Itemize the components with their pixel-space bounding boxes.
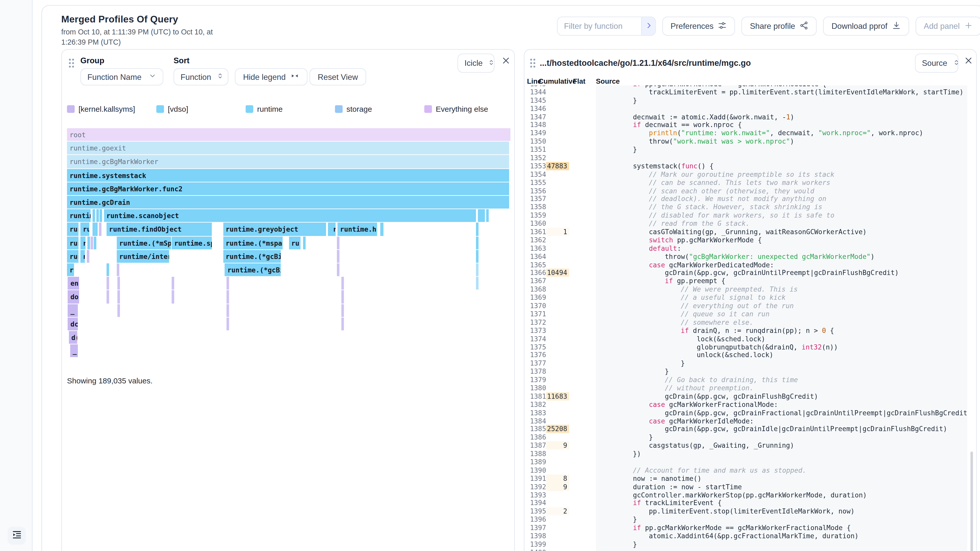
filter-submit-button[interactable] xyxy=(641,17,655,35)
download-pprof-button[interactable]: Download pprof xyxy=(823,17,909,36)
flame-node[interactable] xyxy=(117,264,119,276)
source-code-text: } xyxy=(596,540,967,548)
panel-drag-handle[interactable] xyxy=(68,58,75,68)
flame-node-rur[interactable]: rur xyxy=(67,223,79,235)
flame-node[interactable] xyxy=(476,236,478,249)
flame-node[interactable] xyxy=(117,277,120,289)
filter-by-function-input[interactable] xyxy=(558,17,641,35)
flame-node-runtime.(*gcBit[interactable]: runtime.(*gcBit xyxy=(223,250,281,262)
flame-node-runtime.(*mspan[interactable]: runtime.(*mspan xyxy=(223,236,283,249)
scrollbar-thumb[interactable] xyxy=(970,451,973,551)
flame-node[interactable] xyxy=(93,209,95,222)
flat-value xyxy=(569,203,587,211)
flame-node-runtime.(*gcBi[interactable]: runtime.(*gcBi xyxy=(225,264,281,276)
flame-node-dc[interactable]: dc xyxy=(68,318,78,330)
flame-node[interactable] xyxy=(342,304,344,317)
flame-node-runtime.systemstack[interactable]: runtime.systemstack xyxy=(67,168,509,181)
close-panel-button[interactable] xyxy=(963,56,974,66)
flame-node[interactable] xyxy=(117,304,120,317)
flame-node-runtime.(*mSp[interactable]: runtime.(*mSp xyxy=(117,236,171,249)
flame-node-runtime/inter[interactable]: runtime/inter xyxy=(117,250,169,262)
flame-node[interactable] xyxy=(304,236,306,249)
flame-node[interactable] xyxy=(92,223,95,235)
share-profile-button[interactable]: Share profile xyxy=(741,17,817,36)
flame-node-root[interactable]: root xyxy=(67,128,511,141)
flame-node-runtime.gcBgMarkWorker.func2[interactable]: runtime.gcBgMarkWorker.func2 xyxy=(67,182,509,195)
flame-node-_[interactable]: _ xyxy=(70,345,78,357)
flame-node[interactable] xyxy=(226,277,229,289)
flame-node-ru[interactable]: ru xyxy=(289,236,300,249)
flame-node[interactable] xyxy=(107,290,109,303)
flame-node[interactable] xyxy=(342,318,344,330)
flame-node[interactable] xyxy=(87,250,89,262)
flame-node[interactable] xyxy=(99,223,101,235)
flame-node-r[interactable]: r xyxy=(331,223,336,235)
flame-node-runtime.gcBgMarkWorker[interactable]: runtime.gcBgMarkWorker xyxy=(67,155,509,168)
flame-node[interactable] xyxy=(107,277,109,289)
flame-node[interactable] xyxy=(87,236,90,249)
code-scroll-area[interactable]: 1343if pp.gcMarkWorkerMode == gcMarkWork… xyxy=(525,86,976,551)
close-panel-button[interactable] xyxy=(501,56,511,66)
flame-node[interactable] xyxy=(172,290,174,303)
source-code-text: switch pp.gcMarkWorkerMode { xyxy=(596,236,967,244)
graph-type-select[interactable]: Icicle xyxy=(458,54,495,73)
flame-node[interactable] xyxy=(337,264,340,276)
flat-value xyxy=(569,540,587,548)
flame-node[interactable] xyxy=(476,264,478,276)
column-gap xyxy=(587,113,596,121)
view-mode-select[interactable]: Source xyxy=(915,54,958,73)
flame-node-runtime.greyobject[interactable]: runtime.greyobject xyxy=(223,223,326,235)
flame-node-rur[interactable]: rur xyxy=(67,236,79,249)
sort-by-select[interactable]: Function xyxy=(173,68,228,86)
flame-node[interactable] xyxy=(91,236,93,249)
flame-node-d([interactable]: d( xyxy=(68,331,77,344)
flame-node-runtime.sp[interactable]: runtime.sp xyxy=(172,236,212,249)
reset-view-button[interactable]: Reset View xyxy=(310,68,366,86)
flame-node[interactable] xyxy=(226,290,229,303)
flame-node-runtime.gcDrain[interactable]: runtime.gcDrain xyxy=(67,196,509,209)
flame-node-r[interactable]: r xyxy=(80,236,86,249)
flame-node-do[interactable]: do xyxy=(68,290,79,303)
column-gap xyxy=(587,170,596,178)
flame-node-runtime.goexit[interactable]: runtime.goexit xyxy=(67,141,509,154)
flame-node-runtime.scanobject[interactable]: runtime.scanobject xyxy=(104,209,476,222)
flame-node[interactable] xyxy=(476,277,478,289)
flame-node-ru[interactable]: ru xyxy=(80,223,89,235)
flame-node[interactable] xyxy=(97,209,99,222)
flame-node-rur[interactable]: rur xyxy=(67,250,79,262)
flame-node[interactable] xyxy=(337,236,340,249)
flame-node[interactable] xyxy=(487,209,489,222)
flame-node[interactable] xyxy=(94,236,96,249)
group-by-select[interactable]: Function Name xyxy=(80,68,163,86)
flame-node[interactable] xyxy=(476,250,478,262)
hide-legend-button[interactable]: Hide legend xyxy=(235,68,307,86)
flame-node[interactable] xyxy=(342,290,344,303)
flame-node-runtime.findObject[interactable]: runtime.findObject xyxy=(107,223,212,235)
line-number: 1381 xyxy=(526,392,546,400)
flame-node[interactable] xyxy=(328,223,330,235)
flame-node[interactable] xyxy=(476,223,478,235)
flame-node[interactable] xyxy=(226,304,229,317)
flame-node[interactable] xyxy=(100,209,102,222)
flame-node[interactable] xyxy=(107,264,109,276)
preferences-button[interactable]: Preferences xyxy=(662,17,735,36)
flame-node[interactable] xyxy=(342,277,344,289)
flame-node[interactable] xyxy=(477,209,485,222)
toggle-log-panel-button[interactable] xyxy=(8,527,25,545)
add-panel-button[interactable]: Add panel xyxy=(915,17,980,36)
flame-node[interactable] xyxy=(95,223,98,235)
flame-node-_[interactable]: _ xyxy=(68,304,78,317)
flame-node-runtime.h[interactable]: runtime.h xyxy=(337,223,377,235)
panel-drag-handle[interactable] xyxy=(530,58,536,68)
flame-node[interactable] xyxy=(172,277,174,289)
flame-node[interactable] xyxy=(117,290,120,303)
flame-node[interactable] xyxy=(337,250,340,262)
source-code-text: gcDrain(&pp.gcw, gcDrainUntilPreempt|gcD… xyxy=(596,269,967,277)
flame-node[interactable] xyxy=(380,223,383,235)
flat-value xyxy=(569,162,587,170)
flame-node-en[interactable]: en xyxy=(68,277,79,289)
flame-node-ru[interactable]: ru xyxy=(67,264,74,276)
flame-node-r[interactable]: r xyxy=(80,250,85,262)
flame-node[interactable] xyxy=(226,318,229,330)
flame-node-runtim[interactable]: runtim xyxy=(67,209,91,222)
